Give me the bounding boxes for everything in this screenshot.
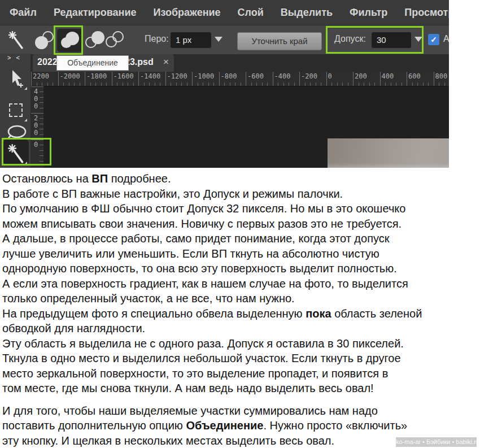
antialias-label: А [443, 34, 449, 44]
ruler-minor-tick [40, 97, 43, 98]
ruler-label: 0 [328, 72, 332, 80]
ruler-minor-tick [235, 82, 235, 86]
ruler-minor-tick [305, 82, 306, 86]
ruler-minor-tick [42, 82, 42, 86]
bold-text: ВП [91, 172, 108, 185]
ruler-label: 400 [34, 88, 38, 110]
ruler-major-tick [246, 72, 246, 86]
ruler-minor-tick [213, 82, 214, 86]
ruler-minor-tick [53, 82, 53, 86]
ruler-minor-tick [342, 82, 343, 86]
ruler-minor-tick [289, 82, 289, 86]
ruler-label: -1200 [167, 72, 187, 80]
ruler-label: 200 [355, 72, 367, 80]
text-line: том месте, где мы снова ткнули. А нам ве… [2, 381, 480, 396]
ruler-minor-tick [90, 82, 91, 86]
tab-title-right: 23.psd [125, 57, 154, 67]
magic-wand-preset-icon [7, 30, 26, 50]
menu-bar: ФайлРедактированиеИзображениеСлойВыделит… [0, 0, 449, 25]
ruler-minor-tick [385, 82, 386, 86]
menu-item[interactable]: Фильтр [350, 7, 387, 19]
text-line: место зеркальной поверхности, то это выд… [2, 366, 480, 381]
flyout-arrow [24, 87, 27, 90]
ruler-minor-tick [208, 82, 209, 86]
horizontal-ruler: 2200-2000-1800-1600-1400-1200-1000-800-6… [31, 72, 449, 86]
text-line: А дальше, в процессе работы, само придет… [2, 231, 480, 246]
text: На предыдущем фото я специально обвела в… [2, 307, 306, 320]
ruler-minor-tick [364, 82, 364, 86]
ruler-label: 2200 [33, 72, 49, 80]
ruler-minor-tick [155, 82, 155, 86]
photoshop-screenshot: ФайлРедактированиеИзображениеСлойВыделит… [0, 0, 449, 168]
ruler-minor-tick [310, 82, 311, 86]
menu-item[interactable]: Редактирование [54, 7, 137, 19]
text: И для того, чтобы наши выделяемые участк… [2, 404, 378, 417]
rectangular-marquee-tool[interactable] [0, 97, 31, 124]
ruler-label: 600 [408, 72, 421, 80]
ruler-minor-tick [396, 82, 396, 86]
feather-dropdown-arrow[interactable] [215, 37, 222, 42]
text: А если эта поверхность градиент, как в н… [2, 277, 408, 290]
menu-item[interactable]: Изображение [154, 7, 221, 19]
paragraph-spacer [2, 396, 480, 403]
ruler-minor-tick [251, 82, 252, 86]
ruler-minor-tick [160, 82, 160, 86]
ruler-minor-tick [203, 82, 203, 86]
text: том месте, где мы снова ткнули. А нам ве… [2, 382, 374, 394]
ruler-major-tick [353, 72, 354, 86]
ruler-minor-tick [40, 129, 43, 129]
circle-solid [35, 36, 48, 49]
ruler-minor-tick [40, 118, 43, 119]
menu-item[interactable]: Просмотр [404, 7, 449, 19]
antialias-checkbox[interactable]: ✓ [428, 34, 439, 45]
text: подробнее. [108, 172, 171, 185]
ruler-minor-tick [133, 82, 134, 86]
ruler-minor-tick [369, 82, 370, 86]
ruler-label: -1800 [86, 72, 107, 80]
feather-input[interactable]: 1 px [171, 32, 211, 48]
text: Остановлюсь на [2, 172, 91, 185]
ruler-label: -800 [221, 72, 237, 80]
collapse-panel-icon[interactable]: > < [7, 54, 21, 61]
ruler-minor-tick [149, 82, 150, 86]
ruler-major-tick [138, 72, 139, 86]
ruler-minor-tick [417, 82, 418, 86]
menu-item[interactable]: Выделить [281, 7, 333, 19]
ruler-minor-tick [359, 82, 359, 86]
move-tool[interactable] [0, 65, 31, 92]
tab-close-icon[interactable]: × [163, 56, 169, 68]
ruler-minor-tick [95, 82, 96, 86]
ruler-major-tick [31, 113, 43, 114]
ruler-minor-tick [412, 82, 413, 86]
ruler-minor-tick [40, 108, 43, 108]
ruler-minor-tick [176, 82, 177, 86]
intersect-selection-icon[interactable] [106, 31, 127, 50]
ruler-minor-tick [101, 82, 102, 86]
text: Ткнула в одно место и выделился небольшо… [2, 352, 401, 364]
text: поставить дополнительную опцию [2, 419, 186, 432]
highlight-box-merge-mode [54, 25, 83, 55]
ruler-minor-tick [123, 82, 123, 86]
ruler-minor-tick [294, 82, 295, 86]
ruler-minor-tick [256, 82, 257, 86]
feather-label: Перо: [145, 34, 169, 44]
ruler-minor-tick [283, 82, 284, 86]
ruler-major-tick [192, 72, 193, 86]
highlight-box-wand-tool [2, 138, 51, 166]
text: В работе с ВП важные настройки, это Допу… [2, 188, 343, 200]
text: Эту область я выделила не с одного раза.… [2, 337, 404, 350]
ruler-minor-tick [47, 82, 48, 86]
text-line: поставить дополнительную опцию Объединен… [2, 418, 480, 433]
ruler-minor-tick [348, 82, 348, 86]
subtract-from-selection-icon[interactable] [85, 31, 107, 50]
ruler-minor-tick [40, 124, 43, 124]
ruler-minor-tick [278, 82, 278, 86]
ruler-label: -600 [247, 72, 264, 80]
refine-edge-button[interactable]: Уточнить край [237, 32, 322, 50]
ruler-major-tick [165, 72, 166, 86]
ruler-minor-tick [187, 82, 187, 86]
canvas-area [43, 86, 449, 168]
ruler-minor-tick [262, 82, 263, 86]
menu-item[interactable]: Слой [238, 7, 264, 19]
menu-item[interactable]: Файл [10, 7, 37, 19]
